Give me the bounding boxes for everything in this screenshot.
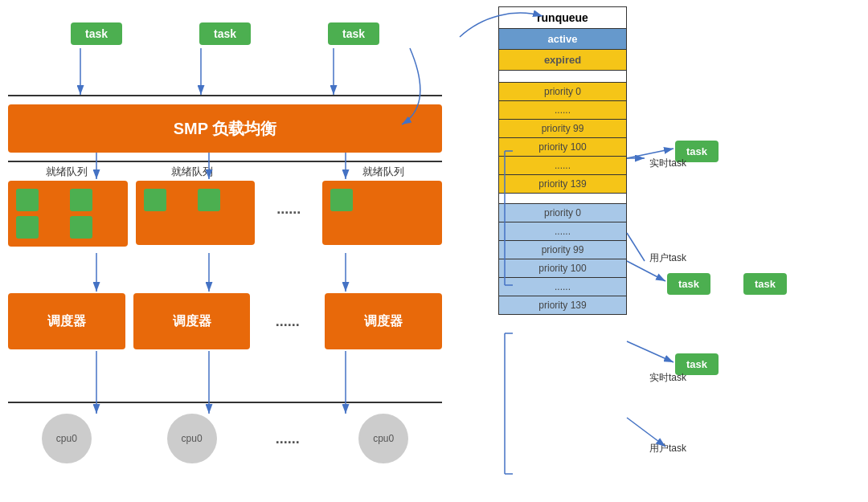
expired-priority-dots: ......	[498, 222, 627, 241]
cpu-col-1: cpu0	[8, 414, 125, 463]
active-priority-99: priority 99	[498, 120, 627, 138]
cpu-col-3: cpu0	[325, 414, 442, 463]
queue-label-1: 就绪队列	[8, 165, 125, 179]
task-box-1: task	[71, 22, 122, 45]
cpu-dots: ......	[258, 431, 317, 447]
active-priority-0: priority 0	[498, 82, 627, 101]
active-priority-dots: ......	[498, 101, 627, 120]
queue-box-3	[322, 181, 442, 245]
user-task-label-2: 用户task	[649, 442, 686, 455]
active-section: active	[498, 28, 627, 50]
queue-box-2	[136, 181, 256, 245]
expired-priority-0: priority 0	[498, 203, 627, 222]
scheduler-2: 调度器	[133, 293, 251, 349]
right-panel: runqueue active expired priority 0 .....…	[450, 0, 868, 502]
cpu-circle-3: cpu0	[358, 414, 408, 463]
active-priority-139: priority 139	[498, 175, 627, 194]
left-panel: task task task SMP 负载均衡 就绪队列 就绪队列 就绪队列 .…	[0, 0, 450, 502]
scheduler-3: 调度器	[325, 293, 442, 349]
active-priority-100: priority 100	[498, 138, 627, 157]
expired-priority-dots2: ......	[498, 278, 627, 296]
user-task-label-1: 用户task	[649, 251, 686, 265]
expired-section: expired	[498, 50, 627, 71]
runqueue-container: runqueue active expired priority 0 .....…	[498, 6, 627, 315]
realtime-label-1: 实时task	[649, 157, 686, 170]
queue-labels-row: 就绪队列 就绪队列 就绪队列	[8, 165, 442, 179]
expired-priority-99: priority 99	[498, 241, 627, 259]
sched-dots: ......	[258, 293, 317, 349]
rq-spacer	[498, 71, 627, 82]
scheduler-1: 调度器	[8, 293, 125, 349]
top-h-line	[8, 95, 442, 96]
mini-task	[198, 189, 220, 211]
queue-section: ......	[8, 181, 442, 247]
mini-task	[330, 189, 353, 211]
cpu-circle-2: cpu0	[167, 414, 217, 463]
svg-line-20	[627, 233, 645, 261]
mini-task	[144, 189, 166, 211]
mini-task	[70, 216, 92, 239]
queue-dots: ......	[263, 181, 314, 218]
realtime-label-2: 实时task	[649, 371, 686, 385]
task-box-2: task	[199, 22, 251, 45]
mid-spacer	[498, 194, 627, 203]
mini-task	[16, 189, 39, 211]
expired-priority-100: priority 100	[498, 259, 627, 278]
bottom-h-line	[8, 161, 442, 162]
top-tasks-row: task task task	[0, 22, 450, 45]
right-task-user-active-2: task	[743, 273, 787, 295]
mini-task	[16, 216, 39, 239]
cpu-col-2: cpu0	[133, 414, 251, 463]
queue-label-3: 就绪队列	[325, 165, 442, 179]
task-box-3: task	[328, 22, 379, 45]
expired-priority-139: priority 139	[498, 296, 627, 315]
mini-task	[70, 189, 92, 211]
cpu-section: cpu0 cpu0 ...... cpu0	[8, 414, 442, 463]
runqueue-header: runqueue	[498, 6, 627, 28]
smp-bar: SMP 负载均衡	[8, 104, 442, 153]
scheduler-section: 调度器 调度器 ...... 调度器	[8, 293, 442, 349]
queue-box-1	[8, 181, 128, 247]
svg-line-25	[627, 341, 674, 362]
queue-label-2: 就绪队列	[133, 165, 251, 179]
active-priority-dots2: ......	[498, 157, 627, 175]
sched-h-line	[8, 402, 442, 403]
right-task-user-active-1: task	[667, 273, 710, 295]
cpu-circle-1: cpu0	[42, 414, 92, 463]
